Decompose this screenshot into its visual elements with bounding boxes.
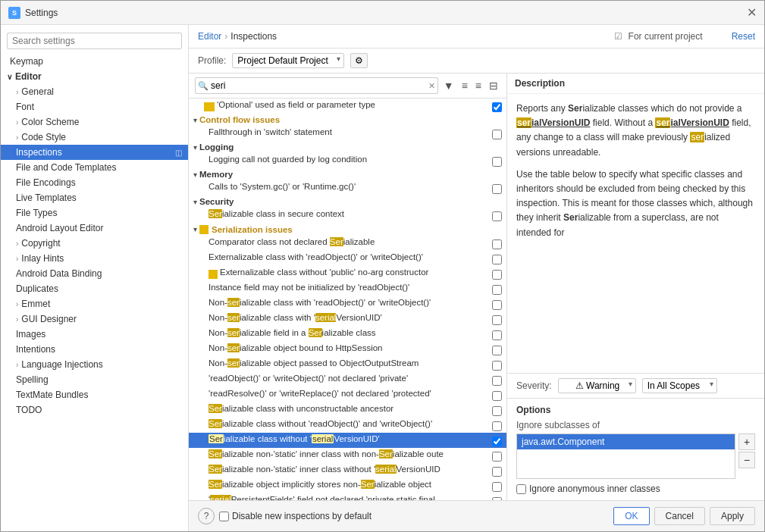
sidebar-item-keymap[interactable]: Keymap bbox=[1, 54, 188, 69]
memory-group-header[interactable]: ▾ Memory bbox=[189, 168, 506, 180]
nonserial-uid-row[interactable]: Non-serializable class with 'serialVersi… bbox=[189, 311, 506, 327]
calls-gc-checkbox[interactable] bbox=[492, 184, 502, 194]
nonserial-read-checkbox[interactable] bbox=[492, 300, 502, 310]
ok-button[interactable]: OK bbox=[613, 507, 649, 525]
disable-inspections-checkbox[interactable] bbox=[219, 512, 229, 521]
nonstatic-inner2-checkbox[interactable] bbox=[492, 467, 502, 477]
sidebar-item-gui-designer[interactable]: › GUI Designer bbox=[1, 311, 188, 327]
nonstatic-inner-row[interactable]: Serializable non-'static' inner class wi… bbox=[189, 448, 506, 463]
sidebar-item-duplicates[interactable]: Duplicates bbox=[1, 281, 188, 296]
serial-persistent-row[interactable]: 'serialPersistentFields' field not decla… bbox=[189, 493, 506, 500]
sidebar-item-copyright[interactable]: › Copyright bbox=[1, 236, 188, 251]
nonserial-uid-checkbox[interactable] bbox=[492, 315, 502, 325]
externalizable-nopub-row[interactable]: Externalizable class without 'public' no… bbox=[189, 266, 506, 281]
sidebar-item-file-encodings[interactable]: File Encodings bbox=[1, 175, 188, 190]
log-not-guarded-row[interactable]: Logging call not guarded by log conditio… bbox=[189, 153, 506, 168]
ignore-item[interactable]: java.awt.Component bbox=[517, 434, 735, 449]
reset-link[interactable]: Reset bbox=[732, 31, 755, 42]
externalizable-nopub-checkbox[interactable] bbox=[492, 270, 502, 280]
profile-settings-button[interactable]: ⚙ bbox=[350, 53, 368, 68]
sidebar-item-spelling[interactable]: Spelling bbox=[1, 372, 188, 387]
no-readobject-checkbox[interactable] bbox=[492, 421, 502, 431]
profile-select[interactable]: Project Default Project bbox=[232, 53, 344, 68]
search-input[interactable] bbox=[195, 77, 438, 94]
security-group-header[interactable]: ▾ Security bbox=[189, 196, 506, 208]
fallthrough-checkbox[interactable] bbox=[492, 130, 502, 139]
nonserial-http-row[interactable]: Non-serializable object bound to HttpSes… bbox=[189, 342, 506, 357]
no-readobject-row[interactable]: Serializable class without 'readObject()… bbox=[189, 418, 506, 433]
sidebar-item-font[interactable]: Font bbox=[1, 99, 188, 114]
cancel-button[interactable]: Cancel bbox=[654, 507, 705, 525]
sidebar-item-inspections[interactable]: Inspections ◫ bbox=[1, 145, 188, 160]
serialization-group-header[interactable]: ▾ Serialization issues bbox=[189, 223, 506, 236]
sidebar-item-language-injections[interactable]: › Language Injections bbox=[1, 357, 188, 372]
implicit-nonserial-row[interactable]: Serializable object implicitly stores no… bbox=[189, 478, 506, 493]
instance-field-row[interactable]: Instance field may not be initialized by… bbox=[189, 281, 506, 296]
no-svuid-checkbox[interactable] bbox=[492, 437, 502, 446]
sidebar-item-color-scheme[interactable]: › Color Scheme bbox=[1, 114, 188, 130]
severity-select[interactable]: ⚠ Warning bbox=[558, 378, 636, 393]
serializable-secure-row[interactable]: Serializable class in secure context bbox=[189, 208, 506, 223]
optional-row[interactable]: 'Optional' used as field or parameter ty… bbox=[189, 99, 506, 114]
nonserial-http-checkbox[interactable] bbox=[492, 346, 502, 355]
fallthrough-row[interactable]: Fallthrough in 'switch' statement bbox=[189, 126, 506, 141]
sidebar-section-editor[interactable]: Editor bbox=[1, 69, 188, 84]
sidebar-item-emmet[interactable]: › Emmet bbox=[1, 296, 188, 311]
remove-ignore-button[interactable]: − bbox=[738, 452, 755, 468]
log-not-guarded-checkbox[interactable] bbox=[492, 157, 502, 167]
sidebar-item-live-templates[interactable]: Live Templates bbox=[1, 190, 188, 205]
implicit-nonserial-checkbox[interactable] bbox=[492, 482, 502, 492]
sidebar-search-input[interactable] bbox=[7, 33, 182, 49]
ignore-subclasses-label: Ignore subclasses of bbox=[516, 420, 755, 430]
optional-checkbox[interactable] bbox=[492, 102, 502, 112]
logging-group-header[interactable]: ▾ Logging bbox=[189, 141, 506, 153]
readresolve-checkbox[interactable] bbox=[492, 391, 502, 401]
externalizable-read-row[interactable]: Externalizable class with 'readObject()'… bbox=[189, 251, 506, 266]
sidebar-item-file-code-templates[interactable]: File and Code Templates bbox=[1, 160, 188, 175]
sidebar-item-android-layout-editor[interactable]: Android Layout Editor bbox=[1, 221, 188, 236]
fallthrough-text: Fallthrough in 'switch' statement bbox=[208, 127, 492, 136]
comparator-row[interactable]: Comparator class not declared Serializab… bbox=[189, 236, 506, 251]
sidebar-item-general[interactable]: › General bbox=[1, 84, 188, 99]
nonserial-stream-row[interactable]: Non-serializable object passed to Object… bbox=[189, 357, 506, 372]
sidebar-item-code-style[interactable]: › Code Style bbox=[1, 130, 188, 145]
nonserial-field-row[interactable]: Non-serializable field in a Serializable… bbox=[189, 327, 506, 342]
nonstatic-inner-checkbox[interactable] bbox=[492, 452, 502, 462]
externalizable-read-checkbox[interactable] bbox=[492, 255, 502, 264]
search-clear-button[interactable]: ✕ bbox=[428, 81, 435, 91]
nonserial-field-checkbox[interactable] bbox=[492, 330, 502, 340]
scope-select[interactable]: In All Scopes bbox=[642, 378, 717, 393]
sidebar-item-android-data-binding[interactable]: Android Data Binding bbox=[1, 266, 188, 281]
readresolve-row[interactable]: 'readResolve()' or 'writeReplace()' not … bbox=[189, 387, 506, 402]
apply-button[interactable]: Apply bbox=[710, 507, 755, 525]
sidebar-item-images[interactable]: Images bbox=[1, 327, 188, 342]
serializable-secure-checkbox[interactable] bbox=[492, 211, 502, 221]
no-svuid-row[interactable]: Serializable class without 'serialVersio… bbox=[189, 433, 506, 448]
unconstructable-row[interactable]: Serializable class with unconstructable … bbox=[189, 402, 506, 418]
comparator-checkbox[interactable] bbox=[492, 239, 502, 249]
ignore-anon-checkbox[interactable] bbox=[516, 484, 526, 494]
instance-field-checkbox[interactable] bbox=[492, 285, 502, 295]
close-button[interactable]: ✕ bbox=[747, 7, 757, 19]
calls-gc-row[interactable]: Calls to 'System.gc()' or 'Runtime.gc()' bbox=[189, 180, 506, 196]
nonstatic-inner2-row[interactable]: Serializable non-'static' inner class wi… bbox=[189, 463, 506, 478]
nonserial-read-row[interactable]: Non-serializable class with 'readObject(… bbox=[189, 296, 506, 311]
collapse-all-button[interactable]: ≡ bbox=[473, 78, 484, 93]
unconstructable-checkbox[interactable] bbox=[492, 406, 502, 416]
spelling-label: Spelling bbox=[16, 374, 49, 385]
options-button[interactable]: ⊟ bbox=[487, 78, 500, 93]
readobject-private-row[interactable]: 'readObject()' or 'writeObject()' not de… bbox=[189, 372, 506, 387]
help-button[interactable]: ? bbox=[198, 508, 215, 524]
filter-button[interactable]: ▼ bbox=[441, 78, 456, 93]
sidebar-item-textmate-bundles[interactable]: TextMate Bundles bbox=[1, 387, 188, 402]
readobject-private-checkbox[interactable] bbox=[492, 376, 502, 386]
sidebar-item-intentions[interactable]: Intentions bbox=[1, 342, 188, 357]
sidebar-item-inlay-hints[interactable]: › Inlay Hints bbox=[1, 251, 188, 266]
sidebar-item-file-types[interactable]: File Types bbox=[1, 205, 188, 221]
main-panel: Editor › Inspections ☑ For current proje… bbox=[189, 25, 764, 531]
expand-all-button[interactable]: ≡ bbox=[459, 78, 470, 93]
control-flow-group-header[interactable]: ▾ Control flow issues bbox=[189, 114, 506, 126]
nonserial-stream-checkbox[interactable] bbox=[492, 361, 502, 371]
add-ignore-button[interactable]: + bbox=[738, 433, 755, 450]
sidebar-item-todo[interactable]: TODO bbox=[1, 402, 188, 418]
